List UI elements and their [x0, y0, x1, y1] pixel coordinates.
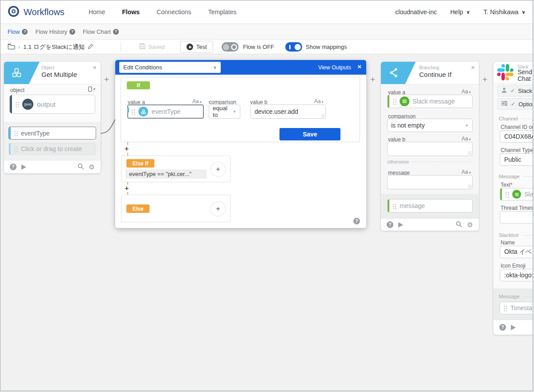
drag-handle-icon[interactable] [14, 130, 18, 136]
help-icon[interactable]: ? [353, 218, 360, 224]
drag-handle-icon[interactable] [392, 98, 397, 105]
message-input[interactable] [387, 175, 473, 189]
pill-label: output [37, 100, 56, 108]
add-branch-button[interactable]: + [125, 145, 129, 152]
channel-id-label: Channel ID or Name [501, 124, 533, 130]
channel-type-label: Channel Type [501, 147, 533, 153]
drag-handle-icon[interactable] [505, 191, 510, 198]
value-b-type-dropdown[interactable]: Aa▾ [314, 98, 324, 104]
name-input[interactable]: Okta イベント [500, 246, 533, 258]
resize-handle[interactable] [321, 114, 324, 117]
user-menu[interactable]: T. Nishikawa ∨ [483, 8, 526, 16]
output-pill-message[interactable]: message [387, 199, 473, 212]
drag-handle-icon[interactable] [392, 203, 397, 209]
run-card-icon[interactable] [398, 222, 403, 228]
output-pill-timestamp[interactable]: Timestamp [500, 302, 533, 314]
help-icon[interactable]: ? [499, 324, 506, 331]
help-icon[interactable]: ? [22, 29, 28, 35]
gear-icon[interactable]: ⚙ [467, 221, 473, 228]
help-icon[interactable]: ? [113, 29, 119, 35]
help-icon[interactable]: ? [69, 29, 75, 35]
caret-down-icon: ▾ [469, 90, 471, 94]
resize-handle[interactable] [468, 184, 471, 188]
add-action-button[interactable]: + [210, 201, 226, 216]
value-a-pill[interactable]: eventType [127, 104, 204, 119]
value-a-type-dropdown[interactable]: Aa▾ [192, 98, 202, 104]
value-b-input[interactable]: device.user.add [250, 104, 326, 119]
output-pill-eventtype[interactable]: eventType [8, 127, 96, 140]
comparison-select[interactable]: equal to ▼ [209, 104, 240, 119]
card-footer: ? [494, 320, 533, 335]
test-button[interactable]: Test [180, 41, 213, 53]
options-row[interactable]: ✓ Options [497, 98, 533, 110]
value-b-type-dropdown[interactable]: Aa▾ [461, 136, 471, 142]
icon-emoji-input[interactable]: :okta-logo: [500, 269, 533, 281]
nav-item-flows[interactable]: Flows [122, 8, 140, 16]
channel-id-input[interactable]: C04DX68AL [500, 130, 533, 143]
tab-flow-history-label: Flow History [35, 28, 67, 35]
check-icon: ✓ [511, 101, 515, 107]
drag-handle-icon[interactable] [503, 305, 508, 312]
show-mappings-toggle[interactable] [285, 42, 302, 52]
thread-timestamp-input[interactable] [500, 211, 533, 224]
object-input-pill[interactable]: {json} output [9, 95, 95, 114]
connection-row[interactable]: ✓ Slack [497, 85, 533, 96]
pencil-icon[interactable] [88, 44, 93, 51]
message-type-dropdown[interactable]: Aa▾ [461, 169, 471, 175]
drag-handle-icon[interactable] [131, 108, 136, 115]
help-icon[interactable]: ? [387, 221, 393, 228]
insert-card-button[interactable]: + [482, 75, 487, 84]
flow-canvas[interactable]: + + + Object Get Multiple × object ▾ [0, 54, 533, 391]
section-label: Message [499, 294, 520, 299]
edit-conditions-modal: Edit Conditions ∨ View Outputs × If valu… [115, 60, 366, 228]
help-icon[interactable]: ? [10, 164, 16, 170]
chevron-down-icon: ∨ [522, 9, 526, 15]
insert-card-button[interactable]: + [370, 75, 375, 84]
tab-flow-history[interactable]: Flow History ? [35, 28, 75, 35]
elseif-expression[interactable]: eventType == "pki.cer..." [125, 169, 207, 179]
run-card-icon[interactable] [21, 164, 26, 170]
add-branch-button[interactable]: + [125, 185, 129, 192]
nav-item-home[interactable]: Home [89, 8, 105, 16]
chevron-down-icon: ∨ [466, 9, 470, 15]
wire-connector [127, 108, 129, 112]
nav-item-connections[interactable]: Connections [157, 8, 191, 16]
object-type-selector[interactable]: ▾ [88, 86, 95, 92]
help-menu[interactable]: Help ∨ [450, 8, 470, 16]
value-a-type-dropdown[interactable]: Aa▾ [461, 88, 471, 95]
tab-flow-chart[interactable]: Flow Chart ? [83, 28, 119, 35]
folder-icon[interactable] [8, 43, 15, 51]
pill-accent-bar [9, 143, 11, 155]
resize-handle[interactable] [468, 151, 471, 155]
save-button[interactable]: Save [279, 128, 340, 140]
close-icon[interactable]: × [471, 64, 475, 71]
gear-icon[interactable]: ⚙ [89, 164, 95, 170]
org-name: cloudnative-inc [395, 8, 437, 16]
add-action-button[interactable]: + [210, 162, 226, 177]
mode-select-value: Edit Conditions [123, 64, 162, 71]
close-icon[interactable]: × [93, 64, 97, 71]
workflows-logo[interactable]: Workflows [8, 5, 65, 19]
flow-title[interactable]: 1.1 ログをSlackに通知 [23, 43, 85, 51]
name-label: Name [501, 240, 515, 246]
run-card-icon[interactable] [511, 325, 516, 330]
tab-flow[interactable]: Flow ? [8, 28, 28, 35]
conditions-mode-select[interactable]: Edit Conditions ∨ [119, 62, 221, 73]
comparison-select[interactable]: is not empty ▼ [387, 119, 473, 132]
value-b-input[interactable] [387, 142, 473, 156]
channel-type-input[interactable]: Public [500, 153, 533, 166]
insert-card-button[interactable]: + [104, 75, 109, 84]
text-value-pill[interactable]: Slack message [500, 188, 533, 200]
close-icon[interactable]: × [357, 63, 361, 70]
saved-label: Saved [148, 44, 165, 50]
view-outputs-button[interactable]: View Outputs [318, 60, 351, 75]
search-icon[interactable] [77, 163, 84, 172]
else-badge: Else [126, 204, 150, 213]
value-a-pill[interactable]: Slack message [387, 95, 473, 108]
create-output-pill[interactable]: Click or drag to create [8, 143, 96, 155]
workflows-app-window: Workflows Home Flows Connections Templat… [0, 0, 533, 391]
drag-handle-icon[interactable] [15, 101, 20, 108]
search-icon[interactable] [455, 220, 462, 229]
nav-item-templates[interactable]: Templates [208, 8, 237, 16]
flow-on-off-toggle[interactable] [222, 42, 239, 52]
